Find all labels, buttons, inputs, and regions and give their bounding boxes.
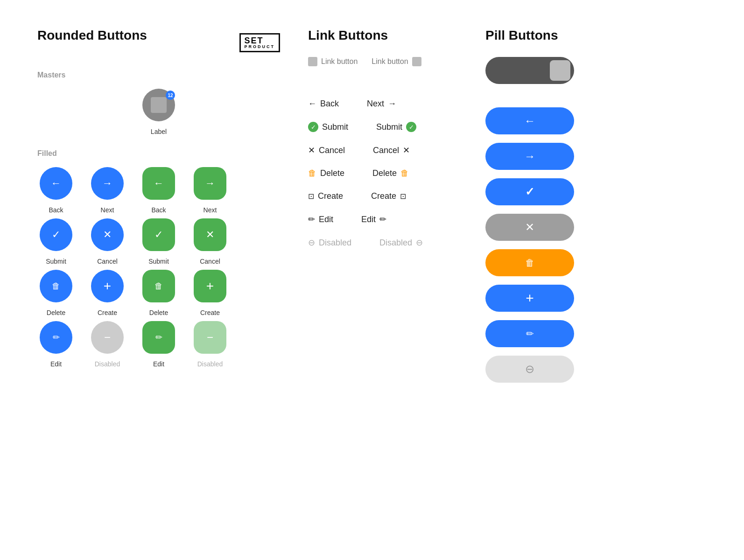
submit-blue-circle-button[interactable]: ✓ — [40, 218, 72, 251]
next-blue-circle-button[interactable]: → — [91, 167, 124, 200]
pill-toggle[interactable] — [485, 57, 574, 84]
pencil-icon: ✏ — [53, 332, 60, 343]
link-disabled-right-label: Disabled — [379, 238, 412, 248]
link-master-left-button[interactable]: Link button — [308, 57, 358, 66]
disabled-gray-circle-button: − — [91, 321, 124, 354]
link-master-left-label: Link button — [321, 57, 358, 66]
trash-link-icon-2: 🗑 — [400, 168, 409, 178]
link-master-right-label: Link button — [372, 57, 408, 66]
link-next-button[interactable]: Next → — [367, 99, 396, 109]
submit-green-squircle-button[interactable]: ✓ — [142, 218, 175, 251]
link-cancel-row: ✕ Cancel Cancel ✕ — [308, 145, 476, 155]
plus-icon: + — [104, 279, 111, 294]
minus-icon-2: − — [207, 331, 213, 344]
back-green-squircle-button[interactable]: ← — [142, 167, 175, 200]
btn-col-create-blue: + Create — [89, 270, 126, 316]
link-disabled-left-button: ⊖ Disabled — [308, 238, 351, 248]
link-edit-right-button[interactable]: Edit ✏ — [361, 214, 386, 224]
link-delete-right-label: Delete — [372, 168, 397, 178]
link-icon-box-left — [308, 57, 317, 66]
cancel-green-squircle-button[interactable]: ✕ — [194, 218, 226, 251]
link-master-right-button[interactable]: Link button — [372, 57, 421, 66]
btn-col-delete-blue: 🗑 Delete — [37, 270, 75, 316]
delete-label-2: Delete — [149, 309, 168, 316]
back-label: Back — [49, 206, 63, 214]
master-avatar-item: 12 Label — [37, 89, 280, 135]
pill-pencil-icon: ✏ — [526, 328, 534, 339]
link-edit-left-button[interactable]: ✏ Edit — [308, 214, 333, 224]
link-cancel-left-button[interactable]: ✕ Cancel — [308, 145, 345, 155]
back-label-2: Back — [151, 206, 166, 214]
link-submit-left-label: Submit — [322, 122, 348, 132]
edit-label: Edit — [50, 360, 62, 368]
trash-icon: 🗑 — [52, 281, 60, 291]
link-cancel-left-label: Cancel — [319, 146, 345, 155]
disabled-green-light-squircle-button: − — [194, 321, 226, 354]
minus-icon: − — [104, 331, 111, 344]
btn-col-edit-green: ✏ Edit — [140, 321, 177, 368]
pill-cancel-button[interactable]: ✕ — [485, 214, 574, 241]
btn-col-create-green: + Create — [191, 270, 229, 316]
pill-back-button[interactable]: ← — [485, 107, 574, 134]
link-back-button[interactable]: ← Back — [308, 99, 339, 109]
delete-blue-circle-button[interactable]: 🗑 — [40, 270, 72, 302]
pill-edit-button[interactable]: ✏ — [485, 320, 574, 347]
delete-green-squircle-button[interactable]: 🗑 — [142, 270, 175, 302]
pill-disabled-button: ⊖ — [485, 356, 574, 383]
delete-label: Delete — [47, 309, 65, 316]
link-cancel-right-button[interactable]: Cancel ✕ — [373, 145, 410, 155]
link-create-left-button[interactable]: ⊡ Create — [308, 191, 343, 201]
pencil-link-icon-2: ✏ — [379, 214, 386, 224]
pill-create-button[interactable]: + — [485, 285, 574, 312]
submit-label-2: Submit — [148, 258, 169, 265]
pill-check-icon: ✓ — [525, 185, 534, 198]
create-link-icon-2: ⊡ — [400, 192, 406, 201]
rounded-section: Rounded Buttons SET PRODUCT Masters 12 L… — [37, 28, 299, 391]
arrow-left-icon: ← — [51, 177, 61, 189]
pill-arrow-right-icon: → — [524, 150, 535, 163]
brand-sub: PRODUCT — [245, 45, 275, 49]
edit-label-2: Edit — [153, 360, 164, 368]
pill-submit-button[interactable]: ✓ — [485, 178, 574, 205]
next-green-squircle-button[interactable]: → — [194, 167, 226, 200]
link-submit-row: ✓ Submit Submit ✓ — [308, 122, 476, 132]
pill-plus-icon: + — [526, 290, 534, 306]
link-create-right-button[interactable]: Create ⊡ — [371, 191, 406, 201]
pill-minus-icon: ⊖ — [525, 363, 534, 376]
link-submit-right-button[interactable]: Submit ✓ — [376, 122, 416, 132]
link-delete-left-button[interactable]: 🗑 Delete — [308, 168, 344, 178]
create-green-squircle-button[interactable]: + — [194, 270, 226, 302]
masters-label: Masters — [37, 71, 280, 79]
pencil-link-icon: ✏ — [308, 214, 315, 224]
pill-title: Pill Buttons — [485, 28, 707, 43]
link-create-row: ⊡ Create Create ⊡ — [308, 191, 476, 201]
pill-delete-button[interactable]: 🗑 — [485, 249, 574, 276]
create-label: Create — [98, 309, 117, 316]
rounded-title: Rounded Buttons — [37, 28, 147, 43]
btn-col-disabled-green-light: − Disabled — [191, 321, 229, 368]
btn-grid-row1: ← Back → Next ← Back → Next — [37, 167, 280, 214]
create-label-2: Create — [200, 309, 220, 316]
edit-green-squircle-button[interactable]: ✏ — [142, 321, 175, 354]
check-icon: ✓ — [52, 229, 60, 241]
check-icon-2: ✓ — [154, 229, 163, 241]
pill-section: Pill Buttons ← → ✓ ✕ 🗑 + — [485, 28, 707, 391]
pencil-icon-2: ✏ — [155, 332, 162, 343]
btn-col-back-blue: ← Back — [37, 167, 75, 214]
cancel-blue-circle-button[interactable]: ✕ — [91, 218, 124, 251]
link-create-left-label: Create — [318, 191, 343, 201]
link-delete-row: 🗑 Delete Delete 🗑 — [308, 168, 476, 178]
check-green-icon: ✓ — [308, 122, 318, 132]
link-submit-left-button[interactable]: ✓ Submit — [308, 122, 348, 132]
btn-col-delete-green: 🗑 Delete — [140, 270, 177, 316]
create-blue-circle-button[interactable]: + — [91, 270, 124, 302]
back-blue-circle-button[interactable]: ← — [40, 167, 72, 200]
edit-blue-circle-button[interactable]: ✏ — [40, 321, 72, 354]
pill-trash-icon: 🗑 — [525, 258, 534, 268]
link-delete-right-button[interactable]: Delete 🗑 — [372, 168, 409, 178]
link-icon-box-right — [412, 57, 421, 66]
btn-grid-row2: ✓ Submit ✕ Cancel ✓ Submit ✕ Canc — [37, 218, 280, 265]
x-icon: ✕ — [103, 229, 112, 241]
pill-next-button[interactable]: → — [485, 143, 574, 170]
page-layout: Rounded Buttons SET PRODUCT Masters 12 L… — [37, 28, 707, 391]
